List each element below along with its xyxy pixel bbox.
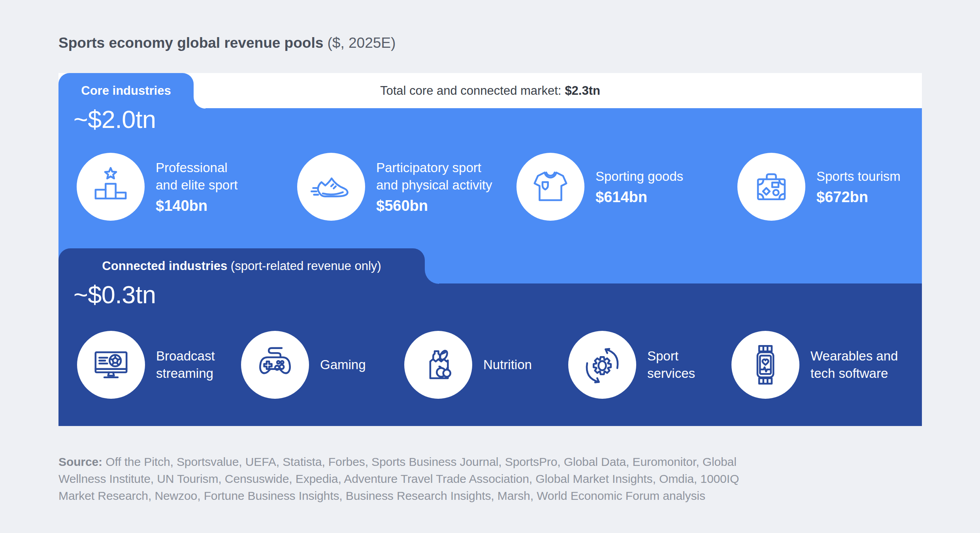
core-item-sports-tourism: Sports tourism $672bn <box>737 153 901 221</box>
running-shoe-icon <box>297 153 365 221</box>
core-tab-fillet <box>194 97 205 109</box>
game-controller-icon <box>241 331 309 399</box>
gear-cycle-icon <box>568 331 636 399</box>
source-line-2: Wellness Institute, UN Tourism, Censuswi… <box>58 470 739 487</box>
item-value: $672bn <box>816 189 901 206</box>
source-line-3: Market Research, Newzoo, Fortune Busines… <box>58 487 739 504</box>
item-value: $140bn <box>156 197 237 214</box>
connected-tab-label: Connected industries <box>102 259 227 273</box>
item-label: Participatory sport and physical activit… <box>376 159 492 193</box>
connected-total-amount: ~$0.3tn <box>74 280 156 309</box>
page-title: Sports economy global revenue pools ($, … <box>58 35 396 51</box>
item-label: Nutrition <box>483 356 532 373</box>
podium-star-icon <box>77 153 145 221</box>
connected-tab-sublabel: (sport-related revenue only) <box>227 259 381 273</box>
core-item-sporting-goods: Sporting goods $614bn <box>516 153 683 221</box>
page-title-suffix: ($, 2025E) <box>323 35 396 51</box>
source-note: Source: Off the Pitch, Sportsvalue, UEFA… <box>58 453 739 504</box>
source-line-1: Source: Off the Pitch, Sportsvalue, UEFA… <box>58 453 739 470</box>
connected-tab-fillet-mask <box>425 270 439 284</box>
connected-item-broadcast-streaming: Broadcast streaming <box>77 331 215 399</box>
connected-item-sport-services: Sport services <box>568 331 695 399</box>
infographic-canvas: { "title": { "main": "Sports economy glo… <box>0 0 980 533</box>
core-tab-label: Core industries <box>81 84 171 98</box>
item-label: Gaming <box>320 356 366 373</box>
connected-item-nutrition: Nutrition <box>404 331 532 399</box>
suitcase-icon <box>737 153 805 221</box>
smartwatch-icon <box>731 331 799 399</box>
core-item-participatory-sport: Participatory sport and physical activit… <box>297 153 492 221</box>
item-label: Sporting goods <box>596 168 683 185</box>
core-total-amount: ~$2.0tn <box>74 105 156 133</box>
item-label: Sport services <box>647 347 695 382</box>
item-label: Professional and elite sport <box>156 159 237 193</box>
connected-industries-tab: Connected industries (sport-related reve… <box>58 248 425 284</box>
item-value: $560bn <box>376 197 492 214</box>
jersey-icon <box>516 153 584 221</box>
page-title-main: Sports economy global revenue pools <box>58 35 323 51</box>
total-market-value: $2.3tn <box>565 84 600 98</box>
total-market-label: Total core and connected market: <box>380 84 561 98</box>
core-industries-tab: Core industries <box>58 73 194 109</box>
connected-item-wearables: Wearables and tech software <box>731 331 898 399</box>
connected-item-gaming: Gaming <box>241 331 366 399</box>
broadcast-tv-icon <box>77 331 145 399</box>
item-label: Broadcast streaming <box>156 347 215 382</box>
item-label: Wearables and tech software <box>810 347 898 382</box>
nutrition-bag-icon <box>404 331 472 399</box>
core-tab-fillet-mask <box>194 97 205 109</box>
source-label: Source: <box>58 455 102 468</box>
item-label: Sports tourism <box>816 168 901 185</box>
item-value: $614bn <box>596 189 683 206</box>
connected-tab-fillet <box>425 270 439 284</box>
core-item-professional-sport: Professional and elite sport $140bn <box>77 153 237 221</box>
